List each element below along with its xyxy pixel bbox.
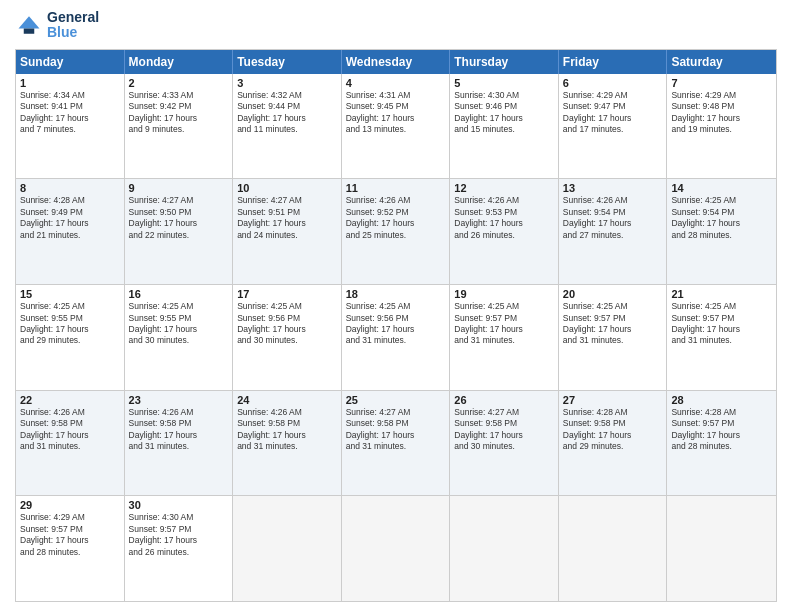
day-number: 16: [129, 288, 229, 300]
day-number: 7: [671, 77, 772, 89]
day-cell-12: 12Sunrise: 4:26 AM Sunset: 9:53 PM Dayli…: [450, 179, 559, 284]
day-cell-15: 15Sunrise: 4:25 AM Sunset: 9:55 PM Dayli…: [16, 285, 125, 390]
day-info: Sunrise: 4:25 AM Sunset: 9:55 PM Dayligh…: [129, 301, 229, 347]
calendar: SundayMondayTuesdayWednesdayThursdayFrid…: [15, 49, 777, 602]
day-info: Sunrise: 4:27 AM Sunset: 9:58 PM Dayligh…: [454, 407, 554, 453]
calendar-body: 1Sunrise: 4:34 AM Sunset: 9:41 PM Daylig…: [16, 74, 776, 601]
day-info: Sunrise: 4:26 AM Sunset: 9:58 PM Dayligh…: [237, 407, 337, 453]
day-info: Sunrise: 4:25 AM Sunset: 9:55 PM Dayligh…: [20, 301, 120, 347]
day-number: 26: [454, 394, 554, 406]
day-cell-28: 28Sunrise: 4:28 AM Sunset: 9:57 PM Dayli…: [667, 391, 776, 496]
day-cell-9: 9Sunrise: 4:27 AM Sunset: 9:50 PM Daylig…: [125, 179, 234, 284]
day-number: 23: [129, 394, 229, 406]
day-number: 15: [20, 288, 120, 300]
day-info: Sunrise: 4:26 AM Sunset: 9:58 PM Dayligh…: [20, 407, 120, 453]
day-number: 21: [671, 288, 772, 300]
weekday-header-friday: Friday: [559, 50, 668, 74]
calendar-row-3: 22Sunrise: 4:26 AM Sunset: 9:58 PM Dayli…: [16, 391, 776, 497]
day-number: 12: [454, 182, 554, 194]
header: General Blue: [15, 10, 777, 41]
day-info: Sunrise: 4:27 AM Sunset: 9:51 PM Dayligh…: [237, 195, 337, 241]
empty-cell: [450, 496, 559, 601]
day-cell-6: 6Sunrise: 4:29 AM Sunset: 9:47 PM Daylig…: [559, 74, 668, 179]
day-info: Sunrise: 4:25 AM Sunset: 9:54 PM Dayligh…: [671, 195, 772, 241]
day-cell-20: 20Sunrise: 4:25 AM Sunset: 9:57 PM Dayli…: [559, 285, 668, 390]
empty-cell: [233, 496, 342, 601]
logo-icon: [15, 11, 43, 39]
calendar-header: SundayMondayTuesdayWednesdayThursdayFrid…: [16, 50, 776, 74]
day-cell-7: 7Sunrise: 4:29 AM Sunset: 9:48 PM Daylig…: [667, 74, 776, 179]
day-number: 8: [20, 182, 120, 194]
day-number: 2: [129, 77, 229, 89]
day-number: 29: [20, 499, 120, 511]
svg-rect-2: [24, 29, 35, 34]
day-number: 3: [237, 77, 337, 89]
day-info: Sunrise: 4:29 AM Sunset: 9:47 PM Dayligh…: [563, 90, 663, 136]
empty-cell: [342, 496, 451, 601]
day-number: 13: [563, 182, 663, 194]
day-cell-10: 10Sunrise: 4:27 AM Sunset: 9:51 PM Dayli…: [233, 179, 342, 284]
empty-cell: [667, 496, 776, 601]
day-number: 30: [129, 499, 229, 511]
day-info: Sunrise: 4:30 AM Sunset: 9:57 PM Dayligh…: [129, 512, 229, 558]
day-cell-17: 17Sunrise: 4:25 AM Sunset: 9:56 PM Dayli…: [233, 285, 342, 390]
day-info: Sunrise: 4:27 AM Sunset: 9:58 PM Dayligh…: [346, 407, 446, 453]
day-cell-16: 16Sunrise: 4:25 AM Sunset: 9:55 PM Dayli…: [125, 285, 234, 390]
logo-text: General Blue: [47, 10, 99, 41]
weekday-header-tuesday: Tuesday: [233, 50, 342, 74]
day-info: Sunrise: 4:28 AM Sunset: 9:58 PM Dayligh…: [563, 407, 663, 453]
day-info: Sunrise: 4:28 AM Sunset: 9:49 PM Dayligh…: [20, 195, 120, 241]
day-number: 17: [237, 288, 337, 300]
day-info: Sunrise: 4:25 AM Sunset: 9:57 PM Dayligh…: [454, 301, 554, 347]
day-info: Sunrise: 4:34 AM Sunset: 9:41 PM Dayligh…: [20, 90, 120, 136]
day-info: Sunrise: 4:29 AM Sunset: 9:48 PM Dayligh…: [671, 90, 772, 136]
day-cell-24: 24Sunrise: 4:26 AM Sunset: 9:58 PM Dayli…: [233, 391, 342, 496]
weekday-header-monday: Monday: [125, 50, 234, 74]
day-cell-1: 1Sunrise: 4:34 AM Sunset: 9:41 PM Daylig…: [16, 74, 125, 179]
day-cell-13: 13Sunrise: 4:26 AM Sunset: 9:54 PM Dayli…: [559, 179, 668, 284]
day-number: 18: [346, 288, 446, 300]
day-number: 28: [671, 394, 772, 406]
day-cell-26: 26Sunrise: 4:27 AM Sunset: 9:58 PM Dayli…: [450, 391, 559, 496]
day-info: Sunrise: 4:27 AM Sunset: 9:50 PM Dayligh…: [129, 195, 229, 241]
day-info: Sunrise: 4:25 AM Sunset: 9:57 PM Dayligh…: [671, 301, 772, 347]
weekday-header-sunday: Sunday: [16, 50, 125, 74]
day-cell-18: 18Sunrise: 4:25 AM Sunset: 9:56 PM Dayli…: [342, 285, 451, 390]
day-number: 24: [237, 394, 337, 406]
calendar-row-4: 29Sunrise: 4:29 AM Sunset: 9:57 PM Dayli…: [16, 496, 776, 601]
day-info: Sunrise: 4:30 AM Sunset: 9:46 PM Dayligh…: [454, 90, 554, 136]
day-cell-14: 14Sunrise: 4:25 AM Sunset: 9:54 PM Dayli…: [667, 179, 776, 284]
day-info: Sunrise: 4:25 AM Sunset: 9:56 PM Dayligh…: [346, 301, 446, 347]
weekday-header-thursday: Thursday: [450, 50, 559, 74]
day-info: Sunrise: 4:26 AM Sunset: 9:52 PM Dayligh…: [346, 195, 446, 241]
day-info: Sunrise: 4:33 AM Sunset: 9:42 PM Dayligh…: [129, 90, 229, 136]
day-info: Sunrise: 4:29 AM Sunset: 9:57 PM Dayligh…: [20, 512, 120, 558]
day-cell-23: 23Sunrise: 4:26 AM Sunset: 9:58 PM Dayli…: [125, 391, 234, 496]
day-number: 5: [454, 77, 554, 89]
day-info: Sunrise: 4:31 AM Sunset: 9:45 PM Dayligh…: [346, 90, 446, 136]
day-cell-19: 19Sunrise: 4:25 AM Sunset: 9:57 PM Dayli…: [450, 285, 559, 390]
day-info: Sunrise: 4:32 AM Sunset: 9:44 PM Dayligh…: [237, 90, 337, 136]
day-cell-21: 21Sunrise: 4:25 AM Sunset: 9:57 PM Dayli…: [667, 285, 776, 390]
day-number: 6: [563, 77, 663, 89]
calendar-row-1: 8Sunrise: 4:28 AM Sunset: 9:49 PM Daylig…: [16, 179, 776, 285]
calendar-row-0: 1Sunrise: 4:34 AM Sunset: 9:41 PM Daylig…: [16, 74, 776, 180]
day-number: 10: [237, 182, 337, 194]
day-number: 11: [346, 182, 446, 194]
day-cell-3: 3Sunrise: 4:32 AM Sunset: 9:44 PM Daylig…: [233, 74, 342, 179]
calendar-row-2: 15Sunrise: 4:25 AM Sunset: 9:55 PM Dayli…: [16, 285, 776, 391]
day-cell-30: 30Sunrise: 4:30 AM Sunset: 9:57 PM Dayli…: [125, 496, 234, 601]
day-number: 20: [563, 288, 663, 300]
weekday-header-wednesday: Wednesday: [342, 50, 451, 74]
day-number: 1: [20, 77, 120, 89]
day-info: Sunrise: 4:26 AM Sunset: 9:54 PM Dayligh…: [563, 195, 663, 241]
day-number: 25: [346, 394, 446, 406]
day-number: 14: [671, 182, 772, 194]
day-cell-2: 2Sunrise: 4:33 AM Sunset: 9:42 PM Daylig…: [125, 74, 234, 179]
day-number: 19: [454, 288, 554, 300]
day-number: 4: [346, 77, 446, 89]
day-number: 9: [129, 182, 229, 194]
day-info: Sunrise: 4:25 AM Sunset: 9:57 PM Dayligh…: [563, 301, 663, 347]
day-info: Sunrise: 4:26 AM Sunset: 9:58 PM Dayligh…: [129, 407, 229, 453]
day-info: Sunrise: 4:26 AM Sunset: 9:53 PM Dayligh…: [454, 195, 554, 241]
